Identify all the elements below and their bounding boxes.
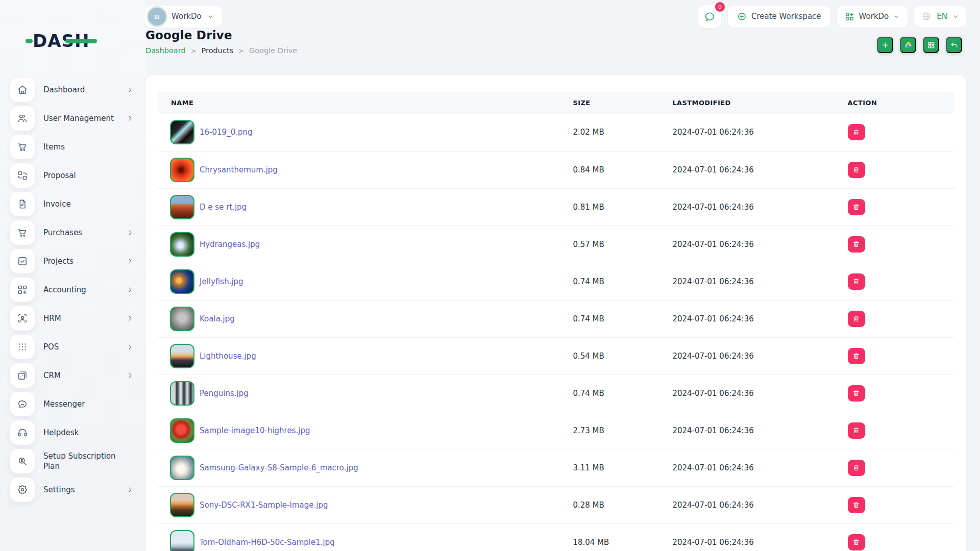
file-size: 0.74 MB <box>568 300 667 337</box>
file-size: 0.28 MB <box>568 486 667 523</box>
trash-icon <box>852 352 860 360</box>
delete-button[interactable] <box>848 273 865 290</box>
delete-button[interactable] <box>848 460 865 476</box>
file-thumbnail[interactable] <box>170 530 194 551</box>
sidebar-item-crm[interactable]: CRM <box>10 363 137 388</box>
workspace-name: WorkDo <box>172 12 202 21</box>
file-name-link[interactable]: Sony-DSC-RX1-Sample-Image.jpg <box>200 500 328 510</box>
delete-button[interactable] <box>848 162 865 178</box>
file-name-link[interactable]: D e se rt.jpg <box>200 203 247 212</box>
undo-icon <box>950 41 959 49</box>
trash-icon <box>852 203 860 211</box>
trash-icon <box>852 464 860 471</box>
delete-button[interactable] <box>848 236 865 253</box>
table-row: Tom-Oldham-H6D-50c-Sample1.jpg 18.04 MB … <box>158 523 954 551</box>
file-name-link[interactable]: Penguins.jpg <box>200 389 249 398</box>
back-button[interactable] <box>946 37 962 53</box>
table-row: Chrysanthemum.jpg 0.84 MB 2024-07-01 06:… <box>158 151 954 188</box>
file-size: 2.02 MB <box>568 114 667 151</box>
trash-icon <box>852 315 860 322</box>
file-name-link[interactable]: Koala.jpg <box>200 314 235 323</box>
sidebar-item-projects[interactable]: Projects <box>10 249 137 273</box>
language-code: EN <box>937 12 947 21</box>
google-drive-button[interactable] <box>900 37 916 53</box>
sidebar-item-label: Purchases <box>43 228 116 238</box>
file-name-link[interactable]: Jellyfish.jpg <box>200 277 243 286</box>
delete-button[interactable] <box>848 497 865 513</box>
file-thumbnail[interactable] <box>170 381 194 406</box>
file-thumbnail[interactable] <box>170 195 194 219</box>
delete-button[interactable] <box>848 311 865 327</box>
breadcrumb-item-products[interactable]: Products <box>202 46 234 55</box>
sidebar-item-invoice[interactable]: Invoice <box>10 192 137 216</box>
sidebar-item-helpdesk[interactable]: Helpdesk <box>10 420 137 445</box>
table-row: Penguins.jpg 0.74 MB 2024-07-01 06:24:36 <box>158 374 954 412</box>
file-name-link[interactable]: Samsung-Galaxy-S8-Sample-6_macro.jpg <box>200 463 358 472</box>
sidebar-item-label: Accounting <box>43 285 116 295</box>
delete-button[interactable] <box>848 124 865 140</box>
file-thumbnail[interactable] <box>170 493 194 517</box>
sidebar-item-label: User Management <box>43 113 116 123</box>
file-thumbnail[interactable] <box>170 232 194 257</box>
sidebar-item-user-management[interactable]: User Management <box>10 106 137 131</box>
sidebar-item-dashboard[interactable]: Dashboard <box>10 78 137 102</box>
file-name-link[interactable]: Hydrangeas.jpg <box>200 240 260 249</box>
file-thumbnail[interactable] <box>170 269 194 294</box>
sidebar-item-setup-subscription-plan[interactable]: Setup Subscription Plan <box>10 449 137 473</box>
file-name-link[interactable]: 16-019_0.png <box>200 128 253 137</box>
delete-button[interactable] <box>848 422 865 439</box>
gear-icon <box>10 478 35 502</box>
sidebar-item-label: Items <box>43 142 116 152</box>
file-thumbnail[interactable] <box>170 456 194 480</box>
sidebar-item-label: Dashboard <box>43 85 116 95</box>
language-selector[interactable]: EN <box>914 6 966 28</box>
messages-badge: 0 <box>715 2 725 12</box>
sidebar-item-items[interactable]: Items <box>10 135 137 159</box>
sidebar-item-label: Invoice <box>43 199 116 209</box>
file-modified: 2024-07-01 06:24:36 <box>667 263 842 300</box>
sidebar-item-pos[interactable]: POS <box>10 335 137 359</box>
trash-icon <box>852 538 860 546</box>
delete-button[interactable] <box>848 348 865 364</box>
sidebar-item-settings[interactable]: Settings <box>10 478 137 502</box>
sidebar-item-accounting[interactable]: Accounting <box>10 278 137 302</box>
messages-button[interactable]: 0 <box>698 5 721 28</box>
sidebar-item-hrm[interactable]: HRM <box>10 306 137 331</box>
grid-icon <box>927 41 936 49</box>
chevron-down-icon <box>952 13 959 20</box>
table-body: 16-019_0.png 2.02 MB 2024-07-01 06:24:36… <box>158 114 954 551</box>
chevron-right-icon <box>127 286 134 293</box>
create-workspace-button[interactable]: Create Workspace <box>728 6 830 28</box>
file-size: 0.81 MB <box>568 188 667 226</box>
file-thumbnail[interactable] <box>170 418 194 443</box>
delete-button[interactable] <box>848 199 865 215</box>
breadcrumb-item-dashboard[interactable]: Dashboard <box>145 46 186 55</box>
file-name-link[interactable]: Tom-Oldham-H6D-50c-Sample1.jpg <box>200 538 335 547</box>
sidebar-item-proposal[interactable]: Proposal <box>10 163 137 188</box>
file-thumbnail[interactable] <box>170 120 194 144</box>
file-thumbnail[interactable] <box>170 158 194 182</box>
breadcrumb-separator: > <box>238 47 244 55</box>
sidebar-item-messenger[interactable]: Messenger <box>10 392 137 416</box>
breadcrumb-separator: > <box>191 47 197 55</box>
delete-button[interactable] <box>848 385 865 402</box>
add-button[interactable] <box>877 37 893 53</box>
app-logo[interactable]: DASH <box>33 31 89 51</box>
chevron-right-icon <box>127 315 134 322</box>
delete-button[interactable] <box>848 534 865 550</box>
table-row: Sony-DSC-RX1-Sample-Image.jpg 0.28 MB 20… <box>158 486 954 523</box>
company-menu-button[interactable]: WorkDo <box>837 6 908 28</box>
file-name-link[interactable]: Lighthouse.jpg <box>200 352 256 361</box>
file-thumbnail[interactable] <box>170 344 194 368</box>
page-head: Google Drive Dashboard>Products>Google D… <box>145 29 298 55</box>
file-name-link[interactable]: Sample-image10-highres.jpg <box>200 426 310 435</box>
workspace-selector[interactable]: WorkDo <box>145 6 222 28</box>
file-thumbnail[interactable] <box>170 307 194 331</box>
grid-view-button[interactable] <box>923 37 939 53</box>
file-modified: 2024-07-01 06:24:36 <box>667 449 842 486</box>
sidebar-menu: DashboardUser ManagementItemsProposalInv… <box>10 78 137 502</box>
sidebar-item-purchases[interactable]: Purchases <box>10 220 137 245</box>
chevron-right-icon <box>127 372 134 379</box>
file-name-link[interactable]: Chrysanthemum.jpg <box>200 165 278 174</box>
project-check-icon <box>10 249 35 273</box>
